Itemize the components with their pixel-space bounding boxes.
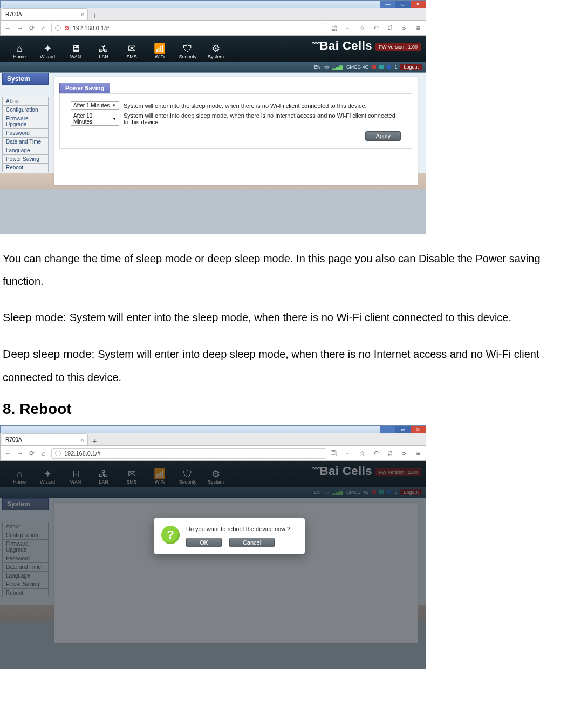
sidebar-item-power-saving[interactable]: Power Saving <box>2 580 49 589</box>
star-icon[interactable]: ☆ <box>358 24 366 32</box>
menu-icon[interactable]: ≡ <box>414 24 422 32</box>
status-count: 1 <box>394 490 397 495</box>
sleep-mode-text: System will enter into the sleep mode, w… <box>70 311 511 323</box>
sidebar-item-date-and-time[interactable]: Date and Time <box>2 138 49 146</box>
dialog-cancel-button[interactable]: Cancel <box>229 538 275 547</box>
star-icon[interactable]: ☆ <box>358 450 366 457</box>
apply-button[interactable]: Apply <box>365 131 401 141</box>
menu-sms-label: SMS <box>126 54 137 59</box>
deep-sleep-timeout-select[interactable]: After 10 Minutes ▼ <box>71 112 119 126</box>
new-tab-button[interactable]: + <box>88 11 101 20</box>
doc-paragraph-deep: Deep sleep mode: System will enter into … <box>3 342 583 389</box>
sidebar-item-reboot[interactable]: Reboot <box>2 164 49 172</box>
menu-wizard[interactable]: ✦Wizard <box>35 468 60 487</box>
undo-icon[interactable]: ↶ <box>372 24 380 32</box>
card-tab-power-saving[interactable]: Power Saving <box>59 83 110 93</box>
browser-tab[interactable]: R700A × <box>2 8 88 20</box>
sidebar-item-firmware-upgrade[interactable]: Firmware Upgrade <box>2 540 49 554</box>
brand-wave-icon: 〰 <box>312 39 320 47</box>
more-icon[interactable]: ··· <box>344 450 352 457</box>
menu-home[interactable]: ⌂Home <box>6 43 32 62</box>
menu-security[interactable]: 🛡Security <box>175 468 201 487</box>
window-maximize-button[interactable]: ▭ <box>395 426 411 433</box>
reboot-confirm-dialog: ? Do you want to reboot the device now ?… <box>154 518 305 554</box>
window-maximize-button[interactable]: ▭ <box>395 1 411 8</box>
sidebar-item-power-saving[interactable]: Power Saving <box>2 155 49 164</box>
browser-tab[interactable]: R700A × <box>2 433 88 445</box>
sidebar-item-date-and-time[interactable]: Date and Time <box>2 563 49 572</box>
nav-back-button[interactable]: ← <box>4 450 12 457</box>
qr-icon[interactable]: ⿻ <box>330 24 338 32</box>
sidebar-item-configuration[interactable]: Configuration <box>2 531 49 540</box>
sidebar-item-password[interactable]: Password <box>2 554 49 563</box>
tab-close-icon[interactable]: × <box>81 437 84 443</box>
menu-lan[interactable]: 🖧LAN <box>91 43 117 62</box>
sidebar-col: System About Configuration Firmware Upgr… <box>0 498 49 601</box>
sidebar-item-firmware-upgrade[interactable]: Firmware Upgrade <box>2 114 49 129</box>
sidebar-item-language[interactable]: Language <box>2 146 49 155</box>
status-lang[interactable]: EN <box>314 64 321 70</box>
sleep-timeout-select[interactable]: After 1 Minutes ▼ <box>71 101 119 110</box>
menu-wan[interactable]: 🖥WAN <box>63 468 88 487</box>
window-close-button[interactable]: ✕ <box>411 426 426 433</box>
menu-sms[interactable]: ✉SMS <box>119 468 145 487</box>
overflow-icon[interactable]: » <box>400 450 408 457</box>
menu-security[interactable]: 🛡Security <box>175 43 201 62</box>
url-input[interactable]: ⓘ 192.168.0.1/# <box>51 448 326 459</box>
menu-wizard[interactable]: ✦Wizard <box>35 43 60 62</box>
site-info-icon[interactable]: ⓘ <box>55 450 61 458</box>
nav-reload-button[interactable]: ⟳ <box>28 24 36 32</box>
menu-wan[interactable]: 🖥WAN <box>63 43 88 62</box>
nav-reload-button[interactable]: ⟳ <box>28 450 36 457</box>
logout-button[interactable]: Logout <box>400 489 422 495</box>
menu-icon[interactable]: ≡ <box>414 450 422 457</box>
window-minimize-button[interactable]: — <box>380 426 395 433</box>
new-tab-button[interactable]: + <box>88 437 101 445</box>
menu-lan[interactable]: 🖧LAN <box>91 468 117 487</box>
sidebar-item-about[interactable]: About <box>2 522 49 531</box>
menu-system[interactable]: ⚙System <box>203 43 229 62</box>
sleep-timeout-value: After 1 Minutes <box>73 103 110 108</box>
sidebar-item-configuration[interactable]: Configuration <box>2 106 49 114</box>
browser-urlbar-row: ← → ⟳ ⌂ ⓘ 🛇 192.168.0.1/# ⿻ ··· ☆ ↶ ⇵ » … <box>0 21 426 36</box>
ext-icon[interactable]: ⇵ <box>386 450 394 457</box>
site-info-icon[interactable]: ⓘ <box>55 24 61 32</box>
sidebar-item-password[interactable]: Password <box>2 129 49 138</box>
menu-home[interactable]: ⌂Home <box>6 468 32 487</box>
home-icon: ⌂ <box>6 43 32 54</box>
nav-home-button[interactable]: ⌂ <box>39 24 48 32</box>
menu-sms-label: SMS <box>126 479 137 485</box>
window-minimize-button[interactable]: — <box>380 1 395 8</box>
menu-wifi[interactable]: 📶WiFi <box>147 43 173 62</box>
menu-system[interactable]: ⚙System <box>203 468 229 487</box>
nav-back-button[interactable]: ← <box>4 24 12 32</box>
nav-forward-button[interactable]: → <box>16 24 24 32</box>
menu-wifi[interactable]: 📶WiFi <box>147 468 173 487</box>
brand-wave-icon: 〰 <box>312 464 320 473</box>
undo-icon[interactable]: ↶ <box>372 450 380 457</box>
logout-button[interactable]: Logout <box>400 64 422 70</box>
security-icon: 🛡 <box>175 468 201 479</box>
sleep-mode-row: After 1 Minutes ▼ System will enter into… <box>71 101 401 110</box>
status-lang[interactable]: EN <box>314 490 321 495</box>
sidebar-item-about[interactable]: About <box>2 97 49 106</box>
window-close-button[interactable]: ✕ <box>411 1 426 8</box>
router-menubar: ⌂Home ✦Wizard 🖥WAN 🖧LAN ✉SMS 📶WiFi 🛡Secu… <box>0 461 426 487</box>
dialog-message: Do you want to reboot the device now ? <box>186 526 297 532</box>
url-input[interactable]: ⓘ 🛇 192.168.0.1/# <box>51 23 326 33</box>
ext-icon[interactable]: ⇵ <box>386 24 394 32</box>
sidebar-item-language[interactable]: Language <box>2 572 49 580</box>
indicator-teal-icon <box>379 65 384 69</box>
nav-home-button[interactable]: ⌂ <box>39 450 48 457</box>
more-icon[interactable]: ··· <box>344 24 352 32</box>
dialog-ok-button[interactable]: OK <box>186 538 222 547</box>
sidebar-item-reboot[interactable]: Reboot <box>2 589 49 597</box>
qr-icon[interactable]: ⿻ <box>330 450 338 457</box>
router-menubar: ⌂Home ✦Wizard 🖥WAN 🖧LAN ✉SMS 📶WiFi 🛡Secu… <box>0 36 426 62</box>
menu-wan-label: WAN <box>70 479 81 485</box>
tab-close-icon[interactable]: × <box>81 11 84 18</box>
wan-icon: 🖥 <box>63 468 88 479</box>
nav-forward-button[interactable]: → <box>16 450 24 457</box>
menu-sms[interactable]: ✉SMS <box>119 43 145 62</box>
overflow-icon[interactable]: » <box>400 24 408 32</box>
